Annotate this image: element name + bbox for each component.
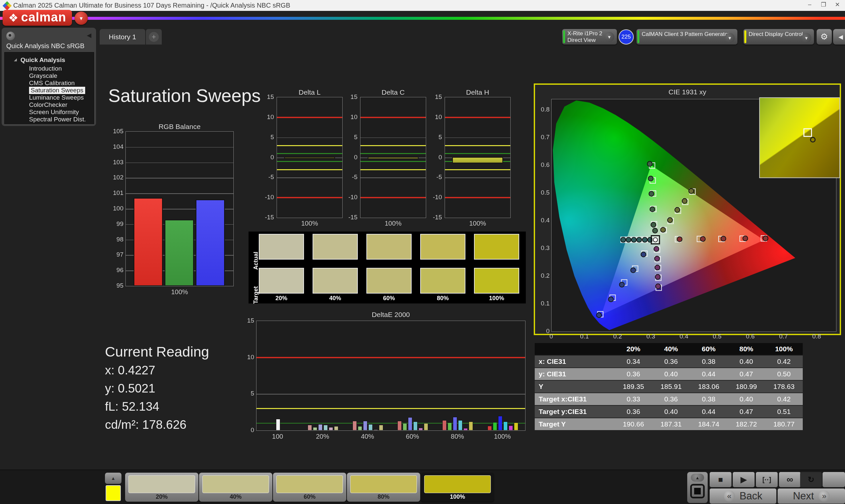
table-cell: 0.36 (615, 370, 652, 378)
delta-h-title: Delta H (445, 88, 511, 96)
meter-exposure-badge[interactable]: 225 (619, 29, 634, 44)
deltae-x-label: 60% (396, 433, 429, 440)
cie-y-tick: 0.4 (536, 217, 550, 224)
table-cell: 0.40 (652, 408, 690, 416)
deltae-bar-20% (334, 426, 338, 430)
step-measure-button[interactable]: [··] (756, 472, 778, 487)
next-button[interactable]: Next » (778, 488, 845, 504)
chevron-up-icon: ▲ (696, 475, 700, 480)
pattern-button-100%[interactable]: 100% (421, 473, 494, 502)
back-button[interactable]: « Back (710, 488, 776, 504)
generator-status-accent (637, 30, 639, 43)
ref-line (257, 357, 525, 358)
table-row-label: Target y:CIE31 (535, 408, 615, 416)
display-control-dropdown[interactable]: Direct Display Control ▼ (743, 29, 814, 44)
minimize-button[interactable]: – (802, 1, 817, 8)
current-pattern-preview[interactable] (106, 485, 121, 501)
table-cell: 180.99 (727, 383, 765, 391)
calman-logo-button[interactable]: ❖ calman (3, 10, 72, 26)
deltae-y-tick: 5 (238, 390, 254, 397)
pattern-window-button[interactable]: ▲ (687, 472, 708, 503)
pattern-button-40%[interactable]: 40% (199, 473, 272, 502)
table-cell: 0.50 (765, 370, 803, 378)
sidebar-options-button[interactable] (6, 32, 15, 40)
deltae-bar-20% (323, 425, 328, 430)
table-cell: 0.44 (690, 408, 727, 416)
rgb-balance-x-label: 100% (125, 288, 234, 296)
reading-fl: fL: 52.134 (105, 400, 159, 414)
pattern-button-20%[interactable]: 20% (125, 473, 198, 502)
workflow-tree-panel: Quick Analysis IntroductionGrayscaleCMS … (4, 52, 94, 124)
delta-y-tick: 15 (258, 93, 274, 101)
cie-measured-circle (619, 282, 624, 287)
maximize-button[interactable]: ❐ (816, 1, 831, 8)
deltae-bar-20% (329, 427, 333, 430)
tree-root-quick-analysis[interactable]: Quick Analysis (20, 56, 65, 64)
table-cell: 0.42 (765, 395, 803, 403)
rgb-bar-red (134, 198, 163, 286)
deltae-y-tick: 10 (238, 354, 254, 361)
deltae-bar-80% (458, 420, 462, 430)
sidebar-item-cms-calibration[interactable]: CMS Calibration (29, 79, 75, 87)
cie-measured-circle (637, 237, 642, 242)
swatch-col-label: 100% (474, 295, 519, 302)
table-header-row: 20%40%60%80%100% (535, 343, 803, 355)
cie-measured-circle (649, 191, 654, 196)
chevron-double-right-icon: » (822, 491, 826, 501)
rgb-y-tick: 101 (106, 189, 123, 197)
pattern-generator-dropdown[interactable]: CalMAN Client 3 Pattern Generator ▼ (636, 29, 737, 44)
sidebar-item-colorchecker[interactable]: ColorChecker (29, 101, 67, 109)
actual-swatch-60% (366, 234, 411, 259)
sidebar-item-grayscale[interactable]: Grayscale (29, 72, 57, 79)
delta-y-tick: -5 (258, 174, 274, 181)
tree-expand-icon[interactable] (14, 58, 17, 61)
cie-measured-circle (763, 236, 768, 241)
sidebar-item-screen-uniformity[interactable]: Screen Uniformity (29, 109, 79, 116)
display-status-accent (744, 30, 746, 43)
gridline (257, 394, 525, 395)
delta-y-tick: 10 (426, 113, 442, 121)
stop-button[interactable]: ■ (710, 472, 732, 487)
close-button[interactable]: ✕ (830, 1, 845, 8)
generator-label: CalMAN Client 3 Pattern Generator (642, 31, 729, 38)
continuous-button[interactable]: ∞ (779, 472, 801, 487)
table-row-y-cie31: y: CIE310.360.400.440.470.50 (535, 368, 803, 380)
extra-button[interactable] (823, 472, 845, 487)
tab-history-1[interactable]: History 1 (100, 29, 145, 44)
pattern-label: 20% (125, 493, 198, 500)
pattern-button-80%[interactable]: 80% (347, 473, 420, 502)
settings-button[interactable]: ⚙ (816, 29, 832, 44)
target-swatch-20% (259, 268, 304, 293)
sidebar-item-spectral-power-dist-[interactable]: Spectral Power Dist. (29, 116, 86, 123)
deltae-bar-60% (413, 421, 418, 430)
pattern-tray-expand-button[interactable]: ▲ (105, 473, 122, 484)
ref-line (360, 197, 426, 198)
deltae-bar-60% (424, 423, 428, 430)
deltae-bar-60% (398, 421, 402, 430)
cie-measured-circle (641, 252, 646, 257)
deltae-x-label: 40% (351, 433, 384, 440)
cie-x-tick: 0.4 (674, 333, 694, 340)
deltae-bar-100% (509, 426, 513, 430)
meter-status-accent (563, 30, 565, 43)
delta-c-chart (360, 97, 426, 218)
sidebar-collapse-button[interactable]: ◀ (87, 32, 91, 39)
main-menu-dropdown-button[interactable]: ▼ (75, 12, 88, 25)
sidebar-item-saturation-sweeps[interactable]: Saturation Sweeps (29, 87, 85, 94)
gridline (126, 178, 233, 178)
rgb-y-tick: 103 (106, 159, 123, 166)
cie-y-tick: 0.5 (536, 189, 550, 196)
layout-sidebar: ◀ Quick Analysis NBC sRGB Quick Analysis… (2, 28, 96, 126)
meter-dropdown[interactable]: X-Rite i1Pro 2 Direct View ▼ (562, 29, 617, 44)
play-button[interactable]: ▶ (733, 472, 755, 487)
rgb-bar-green (165, 220, 194, 286)
sidebar-item-introduction[interactable]: Introduction (29, 65, 62, 72)
cie-measured-circle (655, 265, 660, 270)
pattern-swatch (128, 475, 195, 493)
sidebar-item-luminance-sweeps[interactable]: Luminance Sweeps (29, 94, 84, 101)
refresh-button[interactable]: ↻ (800, 472, 822, 487)
rgb-y-tick: 97 (106, 251, 123, 258)
add-tab-button[interactable]: + (146, 29, 162, 44)
pattern-button-60%[interactable]: 60% (273, 473, 346, 502)
toolbar-collapse-button[interactable]: ◀ (833, 29, 845, 44)
